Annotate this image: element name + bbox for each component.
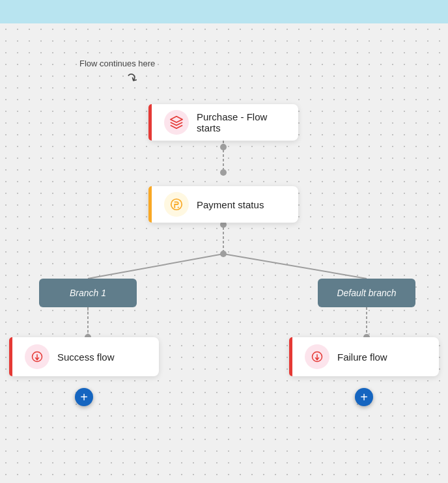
svg-line-2: [88, 254, 223, 279]
failure-label: Failure flow: [337, 352, 387, 363]
connector-dot-1: [220, 144, 227, 150]
flow-arrow-icon: ↷: [123, 68, 141, 87]
connector-dot-4: [220, 251, 227, 257]
purchase-icon: [169, 115, 184, 130]
svg-point-10: [36, 359, 38, 361]
purchase-label: Purchase - Flow starts: [197, 111, 288, 133]
purchase-bar: [148, 104, 152, 141]
branch-1-box[interactable]: Branch 1: [39, 279, 137, 307]
failure-bar: [289, 337, 292, 376]
payment-status-node[interactable]: Payment status: [148, 186, 298, 223]
purchase-flow-node[interactable]: Purchase - Flow starts: [148, 104, 298, 141]
success-label: Success flow: [57, 352, 115, 363]
failure-icon-circle: [305, 344, 329, 369]
payment-label: Payment status: [197, 199, 264, 210]
add-failure-button[interactable]: +: [355, 388, 373, 406]
svg-point-7: [174, 206, 175, 208]
branch-1-label: Branch 1: [70, 288, 106, 298]
svg-point-12: [316, 359, 318, 361]
success-bar: [9, 337, 12, 376]
top-bar: [0, 0, 448, 23]
payment-bar: [148, 186, 152, 223]
failure-flow-node[interactable]: Failure flow: [289, 337, 439, 376]
svg-point-8: [178, 206, 179, 208]
payment-icon-circle: [164, 192, 189, 217]
connector-dot-2: [220, 169, 227, 176]
default-branch-label: Default branch: [337, 288, 396, 298]
payment-icon: [169, 197, 184, 212]
add-success-button[interactable]: +: [75, 388, 93, 406]
purchase-icon-circle: [164, 110, 189, 135]
canvas: Flow continues here ↷ Purchase - F: [0, 0, 448, 483]
connector-lines: [0, 0, 448, 483]
failure-icon: [311, 350, 324, 363]
success-icon-circle: [25, 344, 49, 369]
success-icon: [31, 350, 44, 363]
flow-continues-label: Flow continues here: [79, 59, 155, 68]
default-branch-box[interactable]: Default branch: [318, 279, 415, 307]
svg-line-3: [223, 254, 367, 279]
success-flow-node[interactable]: Success flow: [9, 337, 159, 376]
